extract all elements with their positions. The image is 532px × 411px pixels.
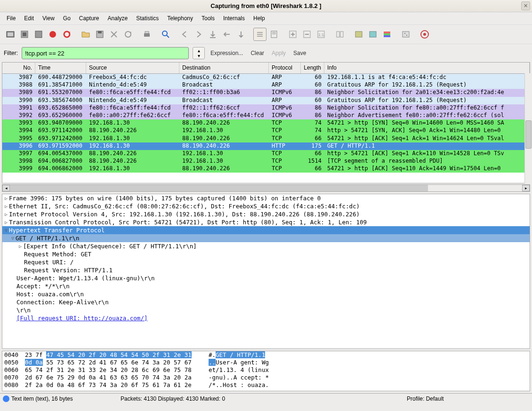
detail-ethernet[interactable]: ▷Ethernet II, Src: CadmusCo_62:6c:cf (08…: [2, 202, 530, 210]
menu-telephony[interactable]: Telephony: [163, 14, 197, 23]
hex-row[interactable]: 004023 7f 47 45 54 20 2f 20 48 54 54 50 …: [2, 351, 530, 359]
find-icon[interactable]: [159, 28, 172, 41]
packet-row[interactable]: 3992693.652960000fe80::a00:27ff:fe62:6cc…: [2, 112, 530, 119]
col-header-protocol[interactable]: Protocol: [269, 63, 301, 73]
statusbar: Text item (text), 16 bytes Packets: 4130…: [0, 393, 532, 403]
clear-button[interactable]: Clear: [249, 50, 266, 56]
col-header-destination[interactable]: Destination: [179, 63, 269, 73]
packet-row[interactable]: 3996693.971592000192.168.1.3088.190.240.…: [2, 142, 530, 150]
packet-list-header: No. Time Source Destination Protocol Len…: [2, 63, 530, 74]
reload-icon[interactable]: [121, 28, 135, 41]
capture-filters-icon[interactable]: [352, 28, 365, 41]
detail-ip[interactable]: ▷Internet Protocol Version 4, Src: 192.1…: [2, 210, 530, 218]
interfaces-icon[interactable]: [4, 28, 17, 41]
packet-row[interactable]: 3993693.940709000192.168.1.3088.190.240.…: [2, 119, 530, 127]
detail-crlf[interactable]: \r\n: [2, 306, 530, 314]
packet-row[interactable]: 3999694.006862000192.168.1.3088.190.240.…: [2, 165, 530, 173]
svg-point-9: [125, 32, 131, 37]
col-header-source[interactable]: Source: [86, 63, 179, 73]
packet-row[interactable]: 3987690.448729000FreeboxS_44:fc:dcCadmus…: [2, 74, 530, 81]
zoom-out-icon[interactable]: [300, 28, 314, 41]
col-header-length[interactable]: Length: [301, 63, 324, 73]
expression-button[interactable]: Expression...: [209, 50, 245, 56]
packet-row[interactable]: 3988691.385471000Nintendo_4d:e5:49Broadc…: [2, 81, 530, 89]
titlebar: Capturing from eth0 [Wireshark 1.8.2 ] ✕: [0, 0, 532, 12]
menu-tools[interactable]: Tools: [198, 14, 218, 23]
hscroll-left-icon[interactable]: ◂: [2, 185, 10, 191]
detail-tcp[interactable]: ▷Transmission Control Protocol, Src Port…: [2, 218, 530, 226]
zoom-100-icon[interactable]: 1:1: [314, 28, 328, 41]
svg-rect-8: [98, 31, 102, 33]
zoom-in-icon[interactable]: [286, 28, 299, 41]
menu-capture[interactable]: Capture: [75, 14, 103, 23]
go-last-icon[interactable]: [234, 28, 248, 41]
hex-row[interactable]: 00802f 2a 0d 0a 48 6f 73 74 3a 20 6f 75 …: [2, 381, 530, 389]
preferences-icon[interactable]: [399, 28, 412, 41]
menu-go[interactable]: Go: [59, 14, 74, 23]
detail-full-uri[interactable]: [Full request URI: http://ouaza.com/]: [2, 314, 530, 322]
col-header-info[interactable]: Info: [324, 63, 530, 73]
menu-file[interactable]: File: [3, 14, 19, 23]
open-file-icon[interactable]: [79, 28, 92, 41]
go-forward-icon[interactable]: [192, 28, 205, 41]
menu-analyze[interactable]: Analyze: [104, 14, 132, 23]
packet-row[interactable]: 3991693.652865000fe80::f6ca:e5ff:fe44:fc…: [2, 104, 530, 112]
save-button[interactable]: Save: [291, 50, 308, 56]
resize-columns-icon[interactable]: [333, 28, 347, 41]
go-back-icon[interactable]: [178, 28, 191, 41]
coloring-rules-icon[interactable]: [380, 28, 394, 41]
status-mid: Packets: 4130 Displayed: 4130 Marked: 0: [121, 395, 225, 402]
auto-scroll-icon[interactable]: [267, 28, 281, 41]
menu-view[interactable]: View: [39, 14, 58, 23]
menu-statistics[interactable]: Statistics: [132, 14, 162, 23]
detail-get-line[interactable]: ▽GET / HTTP/1.1\r\n: [2, 234, 530, 242]
hex-pane[interactable]: 004023 7f 47 45 54 20 2f 20 48 54 54 50 …: [2, 351, 530, 391]
packet-list-hscroll[interactable]: ◂ ▸: [2, 184, 530, 192]
filterbar: Filter: ▴▾ Expression... Clear Apply Sav…: [0, 44, 532, 62]
menu-internals[interactable]: Internals: [219, 14, 249, 23]
save-file-icon[interactable]: [93, 28, 106, 41]
filter-input[interactable]: [22, 47, 189, 59]
detail-uri[interactable]: Request URI: /: [2, 258, 530, 266]
col-header-no[interactable]: No.: [2, 63, 35, 73]
packet-row[interactable]: 3994693.97114200088.190.240.226192.168.1…: [2, 127, 530, 134]
start-capture-icon[interactable]: [32, 28, 45, 41]
detail-host[interactable]: Host: ouaza.com\r\n: [2, 290, 530, 298]
hex-row[interactable]: 006065 74 2f 31 2e 31 33 2e 34 20 28 6c …: [2, 366, 530, 374]
detail-method[interactable]: Request Method: GET: [2, 250, 530, 258]
packet-list-body[interactable]: 3987690.448729000FreeboxS_44:fc:dcCadmus…: [2, 74, 530, 173]
packet-row[interactable]: 3997694.00543700088.190.240.226192.168.1…: [2, 150, 530, 158]
go-to-icon[interactable]: [206, 28, 219, 41]
detail-frame[interactable]: ▷Frame 3996: 175 bytes on wire (1400 bit…: [2, 194, 530, 202]
detail-expert[interactable]: ▷[Expert Info (Chat/Sequence): GET / HTT…: [2, 242, 530, 250]
col-header-time[interactable]: Time: [35, 63, 86, 73]
hscroll-right-icon[interactable]: ▸: [522, 185, 530, 191]
restart-capture-icon[interactable]: [60, 28, 73, 41]
options-icon[interactable]: [18, 28, 31, 41]
detail-http[interactable]: ▽Hypertext Transfer Protocol: [2, 226, 530, 234]
print-icon[interactable]: [140, 28, 153, 41]
detail-connection[interactable]: Connection: Keep-Alive\r\n: [2, 298, 530, 306]
packet-row[interactable]: 3989691.553207000fe80::f6ca:e5ff:fe44:fc…: [2, 89, 530, 96]
detail-user-agent[interactable]: User-Agent: Wget/1.13.4 (linux-gnu)\r\n: [2, 274, 530, 282]
stop-capture-icon[interactable]: [46, 28, 59, 41]
apply-button[interactable]: Apply: [270, 50, 288, 56]
hex-row[interactable]: 00702d 67 6e 75 29 0d 0a 41 63 63 65 70 …: [2, 374, 530, 381]
detail-version[interactable]: Request Version: HTTP/1.1: [2, 266, 530, 274]
packet-row[interactable]: 3990693.385674000Nintendo_4d:e5:49Broadc…: [2, 97, 530, 104]
display-filters-icon[interactable]: [366, 28, 379, 41]
filter-dropdown-icon[interactable]: ▴▾: [193, 47, 205, 59]
details-pane[interactable]: ▷Frame 3996: 175 bytes on wire (1400 bit…: [2, 194, 530, 349]
close-file-icon[interactable]: [107, 28, 121, 41]
go-first-icon[interactable]: [220, 28, 234, 41]
help-icon[interactable]: [418, 28, 431, 41]
close-button[interactable]: ✕: [521, 1, 530, 10]
packet-list-vscroll[interactable]: [524, 73, 532, 183]
hex-row[interactable]: 00500d 0a 55 73 65 72 2d 41 67 65 6e 74 …: [2, 359, 530, 366]
packet-row[interactable]: 3995693.971242000192.168.1.3088.190.240.…: [2, 135, 530, 142]
colorize-icon[interactable]: [253, 28, 266, 41]
menu-edit[interactable]: Edit: [20, 14, 38, 23]
menu-help[interactable]: Help: [250, 14, 269, 23]
detail-accept[interactable]: Accept: */*\r\n: [2, 282, 530, 290]
packet-row[interactable]: 3998694.00682700088.190.240.226192.168.1…: [2, 158, 530, 165]
